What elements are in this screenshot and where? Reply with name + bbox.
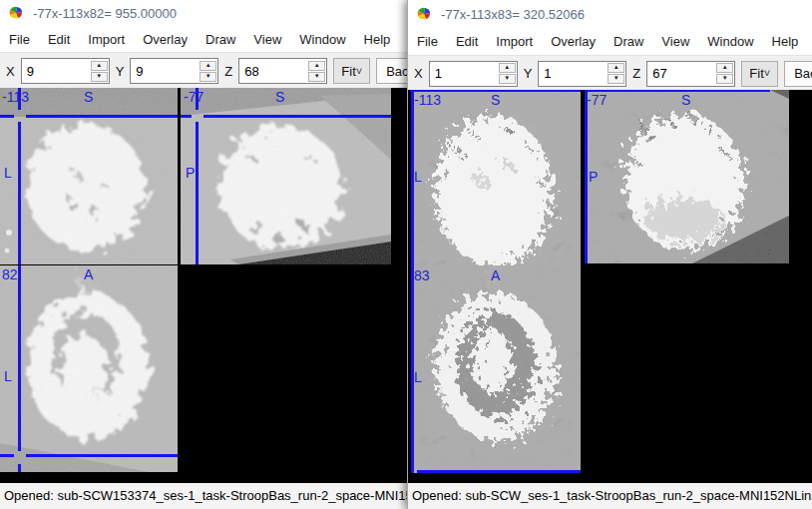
menu-import[interactable]: Import xyxy=(487,34,542,49)
window-title: -77x-113x82= 955.00000 xyxy=(33,6,177,21)
crosshair-line xyxy=(26,115,178,118)
brain-slice-image xyxy=(411,90,581,265)
step-up-icon[interactable]: ▲ xyxy=(716,63,733,73)
step-down-icon[interactable]: ▼ xyxy=(716,74,733,84)
coronal-view[interactable] xyxy=(411,90,581,265)
step-up-icon[interactable]: ▲ xyxy=(308,61,325,71)
chevron-down-icon: ˅ xyxy=(764,68,770,79)
crosshair-line xyxy=(18,464,21,472)
menu-view[interactable]: View xyxy=(652,34,698,49)
app-logo-icon xyxy=(416,6,433,22)
x-coordinate-label: X xyxy=(6,64,15,79)
slice-coordinate-label: -113 xyxy=(2,90,29,104)
axial-view[interactable] xyxy=(0,265,178,472)
step-up-icon[interactable]: ▲ xyxy=(499,63,516,73)
menu-file[interactable]: File xyxy=(0,32,39,47)
x-coordinate-stepper[interactable]: ▲ ▼ xyxy=(429,61,518,87)
coordinate-toolbar: X ▲ ▼ Y ▲ ▼ Z ▲ ▼ Fit ˅ B xyxy=(0,52,407,89)
orientation-label-left: L xyxy=(414,370,422,384)
viewer-window-left: -77x-113x82= 955.00000 File Edit Import … xyxy=(0,0,407,509)
step-down-icon[interactable]: ▼ xyxy=(200,72,216,82)
step-up-icon[interactable]: ▲ xyxy=(91,61,108,71)
menu-edit[interactable]: Edit xyxy=(39,32,79,47)
z-coordinate-stepper[interactable]: ▲ ▼ xyxy=(646,61,735,87)
z-coordinate-label: Z xyxy=(632,66,640,81)
sagittal-view[interactable] xyxy=(585,90,789,263)
menu-draw[interactable]: Draw xyxy=(605,34,652,49)
z-coordinate-input[interactable] xyxy=(647,62,715,86)
stepper-buttons: ▲ ▼ xyxy=(90,59,109,83)
orientation-label-posterior: P xyxy=(186,166,195,180)
orientation-label-superior: S xyxy=(84,90,93,104)
y-coordinate-label: Y xyxy=(116,64,125,79)
step-up-icon[interactable]: ▲ xyxy=(608,63,624,73)
title-bar[interactable]: -77x-113x82= 955.00000 xyxy=(0,0,407,26)
y-coordinate-label: Y xyxy=(524,66,533,81)
orientation-label-left: L xyxy=(414,170,422,184)
menu-overlay[interactable]: Overlay xyxy=(134,32,197,47)
crosshair-line xyxy=(181,115,192,118)
step-up-icon[interactable]: ▲ xyxy=(200,61,216,71)
menu-help[interactable]: Help xyxy=(763,34,808,49)
orientation-label-anterior: A xyxy=(84,267,93,281)
menu-overlay[interactable]: Overlay xyxy=(542,34,605,49)
slice-viewport: -113 S L -77 S P 83 A L xyxy=(408,90,812,482)
z-coordinate-input[interactable] xyxy=(239,59,307,83)
menu-view[interactable]: View xyxy=(244,32,290,47)
y-coordinate-stepper[interactable]: ▲ ▼ xyxy=(130,58,218,84)
step-down-icon[interactable]: ▼ xyxy=(308,72,325,82)
slice-coordinate-label: -77 xyxy=(587,93,607,107)
crosshair-line xyxy=(18,265,21,451)
orientation-label-left: L xyxy=(4,369,12,383)
x-coordinate-stepper[interactable]: ▲ ▼ xyxy=(21,58,110,84)
crosshair-line xyxy=(26,454,178,457)
menu-bar: File Edit Import Overlay Draw View Windo… xyxy=(0,26,407,52)
y-coordinate-input[interactable] xyxy=(539,62,607,86)
orientation-label-superior: S xyxy=(275,90,284,104)
stepper-buttons: ▲ ▼ xyxy=(307,59,326,83)
zoom-dropdown-value: Fit xyxy=(341,64,355,79)
status-bar: Opened: sub-SCW153374_ses-1_task-StroopB… xyxy=(0,483,407,509)
slice-coordinate-label: 83 xyxy=(414,268,430,282)
crosshair-line xyxy=(18,122,21,264)
viewer-window-right: -77x-113x83= 320.52066 File Edit Import … xyxy=(407,0,812,509)
zoom-dropdown[interactable]: Fit ˅ xyxy=(741,61,778,87)
orientation-label-anterior: A xyxy=(491,268,500,282)
z-coordinate-stepper[interactable]: ▲ ▼ xyxy=(238,58,327,84)
brain-slice-image xyxy=(0,265,178,472)
menu-window[interactable]: Window xyxy=(698,34,762,49)
orientation-label-superior: S xyxy=(491,93,500,107)
slice-coordinate-label: 82 xyxy=(2,267,18,281)
status-bar: Opened: sub-SCW_ses-1_task-StroopBas_run… xyxy=(408,483,812,509)
menu-bar: File Edit Import Overlay Draw View Windo… xyxy=(408,28,812,55)
x-coordinate-input[interactable] xyxy=(430,62,498,86)
menu-window[interactable]: Window xyxy=(290,32,354,47)
y-coordinate-input[interactable] xyxy=(131,59,199,83)
zoom-dropdown[interactable]: Fit ˅ xyxy=(333,58,370,84)
z-coordinate-label: Z xyxy=(224,64,232,79)
title-bar[interactable]: -77x-113x83= 320.52066 xyxy=(408,0,812,28)
slice-coordinate-label: -113 xyxy=(414,93,441,107)
x-coordinate-input[interactable] xyxy=(22,59,90,83)
menu-draw[interactable]: Draw xyxy=(197,32,244,47)
background-button[interactable]: Background xyxy=(376,58,407,84)
crosshair-line xyxy=(0,115,14,118)
y-coordinate-stepper[interactable]: ▲ ▼ xyxy=(538,61,626,87)
step-down-icon[interactable]: ▼ xyxy=(499,74,516,84)
step-down-icon[interactable]: ▼ xyxy=(608,74,624,84)
menu-edit[interactable]: Edit xyxy=(447,34,487,49)
coordinate-toolbar: X ▲ ▼ Y ▲ ▼ Z ▲ ▼ Fit ˅ B xyxy=(408,55,812,91)
orientation-label-left: L xyxy=(4,166,12,180)
stepper-buttons: ▲ ▼ xyxy=(607,62,625,86)
slice-coordinate-label: -77 xyxy=(184,90,203,104)
step-down-icon[interactable]: ▼ xyxy=(91,72,108,82)
brain-slice-image xyxy=(585,90,789,263)
menu-import[interactable]: Import xyxy=(79,32,134,47)
crosshair-line xyxy=(203,115,391,118)
menu-help[interactable]: Help xyxy=(355,32,400,47)
crosshair-line xyxy=(585,90,770,92)
crosshair-line xyxy=(0,454,14,457)
background-button[interactable]: Background xyxy=(784,61,812,87)
axial-view[interactable] xyxy=(411,265,581,473)
menu-file[interactable]: File xyxy=(408,34,447,49)
